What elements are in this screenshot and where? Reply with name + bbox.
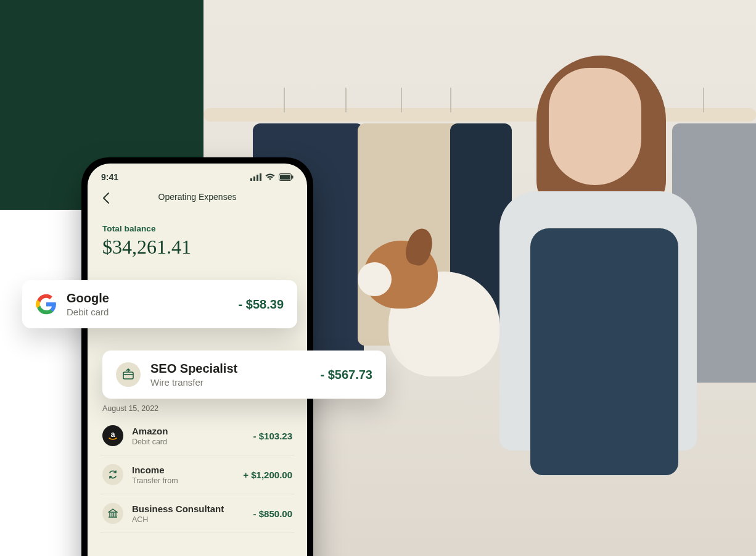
transaction-amount: + $1,200.00 (243, 470, 292, 480)
balance-label: Total balance (102, 224, 292, 233)
svg-rect-3 (260, 173, 261, 181)
svg-rect-8 (123, 372, 133, 379)
svg-rect-5 (280, 175, 290, 180)
cellular-icon (250, 173, 261, 181)
transaction-amount: - $567.73 (320, 368, 372, 382)
transaction-title: SEO Specialist (150, 362, 310, 376)
back-button[interactable] (99, 191, 113, 205)
svg-rect-6 (292, 176, 294, 179)
wire-transfer-icon (116, 362, 141, 387)
transaction-amount: - $103.23 (253, 431, 292, 441)
status-bar: 9:41 (88, 164, 307, 186)
transaction-row[interactable]: Income Transfer from + $1,200.00 (100, 455, 295, 494)
amazon-icon: a (102, 425, 123, 446)
svg-text:a: a (111, 430, 115, 439)
battery-icon (279, 173, 294, 181)
transaction-subtitle: Debit card (67, 307, 229, 317)
svg-rect-0 (250, 178, 252, 181)
transaction-row[interactable]: Business Consultant ACH - $850.00 (100, 494, 295, 533)
transaction-subtitle: Wire transfer (150, 377, 310, 388)
transaction-title: Amazon (132, 426, 245, 436)
nav-bar: Operating Expenses (88, 186, 307, 212)
transaction-amount: - $58.39 (239, 297, 284, 312)
transaction-subtitle: Transfer from (132, 476, 234, 485)
status-time: 9:41 (101, 172, 118, 182)
highlight-transaction-seo[interactable]: SEO Specialist Wire transfer - $567.73 (102, 351, 386, 399)
google-icon (36, 294, 57, 315)
bank-icon (102, 503, 123, 524)
svg-rect-1 (253, 176, 255, 181)
transaction-title: Google (67, 291, 229, 305)
highlight-transaction-google[interactable]: Google Debit card - $58.39 (22, 280, 297, 328)
chevron-left-icon (102, 193, 110, 204)
transaction-amount: - $850.00 (253, 508, 292, 519)
svg-rect-2 (257, 175, 258, 181)
transaction-row[interactable]: a Amazon Debit card - $103.23 (100, 417, 295, 455)
wifi-icon (265, 173, 275, 181)
transaction-subtitle: Debit card (132, 438, 245, 446)
transfer-icon (102, 464, 123, 485)
transaction-title: Income (132, 465, 234, 475)
page-title: Operating Expenses (158, 192, 237, 202)
balance-value: $34,261.41 (102, 236, 292, 259)
transaction-subtitle: ACH (132, 515, 245, 524)
transaction-title: Business Consultant (132, 504, 245, 514)
